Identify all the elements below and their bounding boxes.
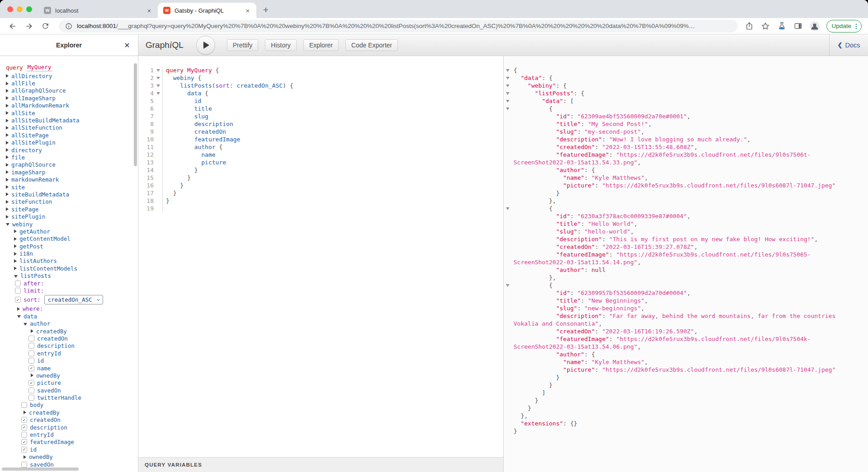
explorer-node-createdOn[interactable]: ✓createdOn xyxy=(0,416,138,424)
collapsed-arrow-icon[interactable] xyxy=(6,141,9,145)
field-checkbox[interactable]: ✓ xyxy=(21,425,27,430)
explorer-node-id[interactable]: ✓id xyxy=(0,446,138,453)
fold-toggle-icon[interactable] xyxy=(506,100,509,103)
field-checkbox[interactable] xyxy=(21,462,27,467)
tab-close-icon[interactable]: × xyxy=(244,6,252,14)
history-button[interactable]: History xyxy=(265,39,297,51)
explorer-node-description[interactable]: ✓description xyxy=(0,424,138,431)
collapsed-arrow-icon[interactable] xyxy=(6,126,9,130)
explorer-node-directory[interactable]: directory xyxy=(0,146,138,154)
field-checkbox[interactable]: ✓ xyxy=(21,417,27,423)
explorer-node-ownedBy[interactable]: ownedBy xyxy=(0,372,138,379)
profile-avatar-icon[interactable] xyxy=(809,21,820,32)
explorer-node-allSite[interactable]: allSite xyxy=(0,109,138,117)
explorer-node-graphQlSource[interactable]: graphQlSource xyxy=(0,161,138,168)
expanded-arrow-icon[interactable] xyxy=(17,315,21,318)
back-icon[interactable] xyxy=(6,20,19,33)
explorer-node-name[interactable]: ✓name xyxy=(0,365,138,372)
explorer-node-allSiteFunction[interactable]: allSiteFunction xyxy=(0,124,138,131)
explorer-node-allSiteBuildMetadata[interactable]: allSiteBuildMetadata xyxy=(0,117,138,124)
explorer-node-allSitePlugin[interactable]: allSitePlugin xyxy=(0,139,138,146)
fold-toggle-icon[interactable] xyxy=(156,92,160,95)
fold-toggle-icon[interactable] xyxy=(506,77,509,79)
explorer-node-sort[interactable]: ✓sort:createdOn_ASC⌄ xyxy=(0,294,138,305)
collapsed-arrow-icon[interactable] xyxy=(6,207,9,211)
fold-toggle-icon[interactable] xyxy=(506,207,509,210)
collapsed-arrow-icon[interactable] xyxy=(6,74,9,78)
share-icon[interactable] xyxy=(744,20,754,33)
explorer-node-sitePage[interactable]: sitePage xyxy=(0,206,138,213)
fold-toggle-icon[interactable] xyxy=(506,92,509,95)
browser-tab-gatsby-graphiql[interactable]: WGatsby - GraphiQL× xyxy=(158,3,256,18)
collapsed-arrow-icon[interactable] xyxy=(6,192,9,196)
forward-icon[interactable] xyxy=(23,20,35,33)
explorer-vertical-scrollbar[interactable] xyxy=(134,63,137,166)
explorer-node-imageSharp[interactable]: imageSharp xyxy=(0,168,138,176)
expanded-arrow-icon[interactable] xyxy=(14,275,18,278)
collapsed-arrow-icon[interactable] xyxy=(6,119,9,122)
explorer-node-siteFunction[interactable]: siteFunction xyxy=(0,198,138,206)
explorer-node-listContentModels[interactable]: listContentModels xyxy=(0,265,138,272)
field-checkbox[interactable] xyxy=(15,280,21,286)
extension-flask-icon[interactable] xyxy=(777,20,787,33)
response-panel[interactable]: { "data": { "webiny": { "listPosts": { "… xyxy=(503,56,868,472)
explorer-node-twitterHandle[interactable]: twitterHandle xyxy=(0,394,138,401)
collapsed-arrow-icon[interactable] xyxy=(6,170,9,174)
field-checkbox[interactable] xyxy=(28,336,34,341)
collapsed-arrow-icon[interactable] xyxy=(6,185,9,189)
reload-icon[interactable] xyxy=(39,20,52,33)
collapsed-arrow-icon[interactable] xyxy=(6,104,9,107)
bookmark-star-icon[interactable] xyxy=(760,20,770,33)
explorer-node-entryId[interactable]: entryId xyxy=(0,431,138,438)
explorer-node-data[interactable]: data xyxy=(0,313,138,320)
collapsed-arrow-icon[interactable] xyxy=(14,259,17,263)
collapsed-arrow-icon[interactable] xyxy=(6,215,9,219)
explorer-node-author[interactable]: author xyxy=(0,320,138,327)
collapsed-arrow-icon[interactable] xyxy=(14,252,17,256)
explorer-node-markdownRemark[interactable]: markdownRemark xyxy=(0,176,138,183)
explorer-tree[interactable]: query MyQuery allDirectoryallFileallGrap… xyxy=(0,56,138,472)
expanded-arrow-icon[interactable] xyxy=(24,323,27,326)
field-checkbox[interactable] xyxy=(15,288,21,294)
close-window-button[interactable] xyxy=(7,6,13,12)
field-checkbox[interactable] xyxy=(28,388,34,393)
browser-tab-localhost[interactable]: Wlocalhost× xyxy=(38,3,158,18)
collapsed-arrow-icon[interactable] xyxy=(14,237,17,241)
explorer-node-listPosts[interactable]: listPosts xyxy=(0,272,138,280)
explorer-node-after[interactable]: after: xyxy=(0,280,138,287)
field-checkbox[interactable]: ✓ xyxy=(28,380,34,386)
minimize-window-button[interactable] xyxy=(17,6,23,12)
explorer-node-sitePlugin[interactable]: sitePlugin xyxy=(0,213,138,220)
execute-query-button[interactable] xyxy=(196,36,215,55)
field-checkbox[interactable] xyxy=(28,343,34,349)
tab-close-icon[interactable]: × xyxy=(145,6,153,14)
collapsed-arrow-icon[interactable] xyxy=(6,82,9,85)
explorer-node-allImageSharp[interactable]: allImageSharp xyxy=(0,94,138,102)
collapsed-arrow-icon[interactable] xyxy=(24,455,26,459)
fold-toggle-icon[interactable] xyxy=(156,77,160,79)
field-checkbox[interactable] xyxy=(28,395,34,401)
prettify-button[interactable]: Prettify xyxy=(227,39,259,51)
explorer-node-picture[interactable]: ✓picture xyxy=(0,379,138,387)
chrome-update-button[interactable]: Update ⋮ xyxy=(826,20,862,33)
field-checkbox[interactable] xyxy=(28,350,34,356)
collapsed-arrow-icon[interactable] xyxy=(6,89,9,93)
collapsed-arrow-icon[interactable] xyxy=(6,200,9,204)
explorer-node-ownedBy[interactable]: ownedBy xyxy=(0,453,138,461)
code-exporter-button[interactable]: Code Exporter xyxy=(345,39,398,51)
explorer-node-webiny[interactable]: webiny xyxy=(0,220,138,228)
explorer-node-allSitePage[interactable]: allSitePage xyxy=(0,131,138,139)
url-field[interactable]: localhost:8001/___graphql?query=query%20… xyxy=(59,20,738,33)
explorer-node-file[interactable]: file xyxy=(0,154,138,161)
collapsed-arrow-icon[interactable] xyxy=(6,178,9,182)
field-checkbox[interactable]: ✓ xyxy=(28,365,34,371)
explorer-node-getPost[interactable]: getPost xyxy=(0,243,138,250)
collapsed-arrow-icon[interactable] xyxy=(31,329,33,333)
query-editor[interactable]: 1query MyQuery {2 webiny {3 listPosts(so… xyxy=(138,56,503,457)
fold-toggle-icon[interactable] xyxy=(506,84,509,87)
field-checkbox[interactable] xyxy=(28,358,34,364)
explorer-node-listAuthors[interactable]: listAuthors xyxy=(0,257,138,265)
explorer-node-createdOn[interactable]: createdOn xyxy=(0,335,138,342)
fold-toggle-icon[interactable] xyxy=(156,84,160,87)
collapsed-arrow-icon[interactable] xyxy=(14,229,17,233)
